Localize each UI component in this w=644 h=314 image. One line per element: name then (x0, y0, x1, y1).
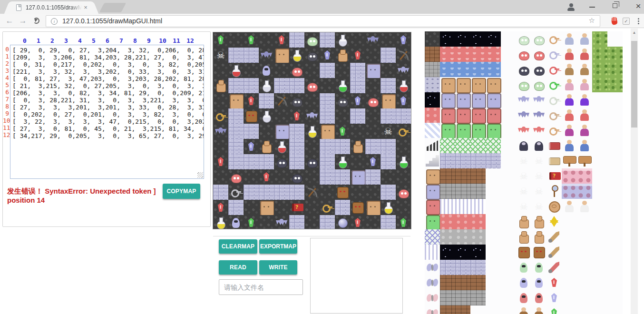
map-tile[interactable] (350, 139, 365, 154)
menu-dots-icon[interactable] (638, 18, 639, 20)
palette-tile[interactable] (440, 153, 455, 168)
scrollbar-thumb[interactable] (631, 41, 637, 128)
palette-tile[interactable] (470, 214, 486, 229)
palette-tile[interactable] (577, 168, 592, 184)
map-tile[interactable] (304, 93, 320, 108)
map-tile[interactable] (320, 78, 335, 93)
palette-tile[interactable] (531, 31, 546, 47)
map-tile[interactable] (396, 169, 411, 185)
map-tile[interactable] (244, 78, 259, 93)
palette-tile[interactable] (440, 77, 455, 92)
palette-tile[interactable] (425, 275, 440, 290)
palette-tile[interactable] (455, 31, 470, 47)
map-tile[interactable] (213, 124, 228, 139)
palette-tile[interactable] (516, 229, 531, 245)
map-tile[interactable] (228, 78, 244, 93)
palette-tile[interactable] (516, 245, 531, 260)
map-tile[interactable] (381, 185, 396, 200)
map-tile[interactable] (289, 169, 304, 185)
palette-tile[interactable] (486, 92, 501, 108)
map-tile[interactable] (350, 63, 365, 78)
palette-tile[interactable] (546, 108, 562, 123)
map-tile[interactable] (259, 63, 274, 78)
palette-tile[interactable] (425, 229, 440, 245)
palette-tile[interactable] (425, 153, 440, 168)
palette-tile[interactable] (546, 77, 562, 92)
palette-tile[interactable] (440, 275, 455, 290)
palette-tile[interactable] (531, 62, 546, 77)
map-tile[interactable] (244, 169, 259, 185)
map-tile[interactable] (304, 215, 320, 229)
palette-tile[interactable] (425, 290, 440, 305)
map-tile[interactable] (274, 139, 289, 154)
map-tile[interactable] (289, 124, 304, 139)
map-tile[interactable] (396, 63, 411, 78)
palette-tile[interactable] (531, 184, 546, 199)
map-tile[interactable] (320, 32, 335, 48)
map-tile[interactable] (244, 124, 259, 139)
palette-tile[interactable] (455, 153, 470, 168)
map-tile[interactable] (365, 124, 381, 139)
map-tile[interactable] (304, 48, 320, 63)
palette-tile[interactable] (607, 47, 623, 62)
map-tile[interactable] (381, 93, 396, 108)
palette-tile[interactable] (486, 153, 501, 168)
map-tile[interactable] (335, 78, 350, 93)
map-tile[interactable] (304, 139, 320, 154)
palette-tile[interactable] (455, 290, 470, 305)
map-tile[interactable] (259, 93, 274, 108)
palette-tile[interactable] (486, 31, 501, 47)
palette-tile[interactable] (470, 168, 486, 184)
palette-tile[interactable] (440, 245, 455, 260)
palette-tile[interactable] (470, 92, 486, 108)
palette-tile[interactable] (440, 199, 455, 214)
palette-tile[interactable] (440, 108, 455, 123)
palette-tile[interactable] (531, 138, 546, 153)
palette-tile[interactable] (531, 275, 546, 290)
palette-tile[interactable] (470, 77, 486, 92)
palette-tile[interactable] (577, 199, 592, 214)
palette-tile[interactable] (592, 31, 607, 47)
palette-tile[interactable] (516, 199, 531, 214)
map-tile[interactable] (320, 63, 335, 78)
palette-tile[interactable] (486, 47, 501, 62)
map-tile[interactable] (335, 48, 350, 63)
palette-tile[interactable] (546, 260, 562, 275)
map-tile[interactable] (381, 200, 396, 215)
palette-tile[interactable] (531, 290, 546, 305)
map-tile[interactable] (335, 139, 350, 154)
map-tile[interactable] (304, 124, 320, 139)
filename-input[interactable] (219, 279, 303, 295)
map-tile[interactable] (213, 108, 228, 124)
palette-tile[interactable] (455, 108, 470, 123)
map-tile[interactable] (289, 93, 304, 108)
map-tile[interactable] (335, 108, 350, 124)
map-tile[interactable] (396, 32, 411, 48)
scroll-up-icon[interactable]: ▲ (631, 29, 638, 37)
map-tile[interactable] (350, 185, 365, 200)
url-text[interactable]: 127.0.0.1:1055/drawMapGUI.html (62, 16, 162, 27)
palette-tile[interactable] (455, 168, 470, 184)
map-tile[interactable] (304, 108, 320, 124)
palette-tile[interactable] (455, 62, 470, 77)
map-tile[interactable] (304, 185, 320, 200)
map-tile[interactable] (244, 108, 259, 124)
palette-tile[interactable] (470, 290, 486, 305)
map-tile[interactable] (365, 215, 381, 229)
map-tile[interactable] (274, 169, 289, 185)
map-tile[interactable] (335, 215, 350, 229)
map-tile[interactable] (259, 124, 274, 139)
window-minimize-button[interactable] (589, 7, 595, 8)
map-tile[interactable] (274, 32, 289, 48)
palette-tile[interactable] (440, 214, 455, 229)
palette-tile[interactable] (470, 199, 486, 214)
palette-tile[interactable] (455, 260, 470, 275)
clearmap-button[interactable]: CLEARMAP (219, 239, 257, 254)
map-tile[interactable] (259, 215, 274, 229)
map-tile[interactable] (365, 139, 381, 154)
map-tile[interactable] (335, 63, 350, 78)
palette-tile[interactable] (425, 62, 440, 77)
map-tile[interactable] (304, 169, 320, 185)
address-bar[interactable]: i 127.0.0.1:1055/drawMapGUI.html ☆ (46, 15, 600, 27)
palette-tile[interactable] (486, 77, 501, 92)
